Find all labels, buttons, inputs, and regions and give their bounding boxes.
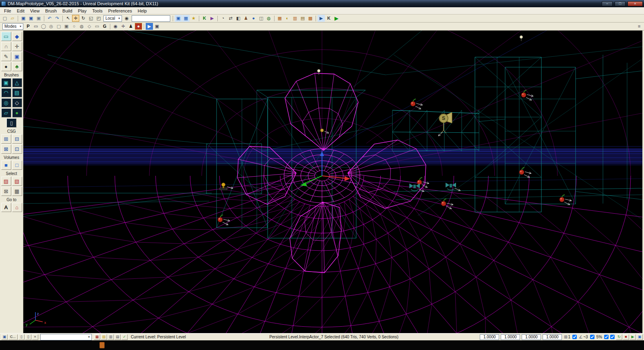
light-bulb-sprite[interactable]	[520, 36, 523, 41]
cube-brush-icon[interactable]: ▣	[1, 78, 11, 87]
autosave-icon[interactable]: ↻	[616, 334, 622, 340]
modes-select[interactable]: Modes ▾	[2, 23, 23, 30]
save-external-icon[interactable]: ▣	[35, 15, 42, 22]
favorites-star-icon[interactable]: ★	[190, 15, 197, 22]
tetrahedron-brush-icon[interactable]: ◇	[12, 98, 22, 107]
split-horizontal-icon[interactable]: ▥	[107, 334, 114, 340]
open-map-icon[interactable]: ▱	[9, 15, 16, 22]
csg-deintersect-icon[interactable]: ⊡	[12, 144, 22, 154]
build-geometry-icon[interactable]: ▦	[276, 15, 283, 22]
path-network-icon[interactable]: ⇄	[227, 15, 234, 22]
close-pane-icon[interactable]: ×	[32, 334, 38, 340]
goto-actor-icon[interactable]: A	[1, 203, 11, 212]
select-inside-icon[interactable]: ▨	[1, 177, 11, 186]
world-properties-icon[interactable]: ◍	[265, 15, 272, 22]
invert-selection-icon[interactable]: ▦	[12, 187, 22, 196]
coordinate-system-select[interactable]: Local ▾	[103, 15, 122, 22]
matinee-icon[interactable]: ▶	[208, 15, 216, 22]
torus-shape-icon[interactable]: ◎	[47, 23, 55, 30]
health-pickup-sprite[interactable]	[519, 167, 531, 177]
csg-intersect-icon[interactable]: ⊠	[1, 144, 11, 154]
circle-shape-icon[interactable]: ○	[70, 23, 78, 30]
select-tool-icon[interactable]: ↖	[64, 15, 72, 22]
pane-left-icon[interactable]: ▯	[18, 334, 25, 340]
menu-item-brush[interactable]: Brush	[42, 8, 60, 14]
autosave-stop-icon[interactable]: ■	[623, 334, 629, 340]
play-in-editor-icon[interactable]: ▶	[318, 15, 325, 22]
sphere-brush-icon[interactable]: ●	[12, 108, 22, 117]
translate-tool-icon[interactable]: ✛	[72, 15, 79, 22]
kismet-icon[interactable]: K	[201, 15, 208, 22]
spiral-staircase-icon[interactable]: ◎	[1, 98, 11, 107]
letter-g-icon[interactable]: G	[101, 23, 108, 30]
translate-widget-icon[interactable]: ✛	[12, 42, 22, 51]
minimize-button[interactable]: −	[602, 1, 613, 6]
csg-subtract-icon[interactable]: ⊟	[12, 134, 22, 144]
realtime-preview-icon[interactable]: ▶	[146, 23, 153, 30]
health-pickup-sprite[interactable]	[218, 215, 230, 225]
matinee-status-icon[interactable]: ▦	[94, 334, 100, 340]
taskbar-notification-icon[interactable]	[99, 342, 105, 348]
search-input[interactable]	[132, 15, 170, 22]
sheet-brush-icon[interactable]: ▱	[1, 108, 11, 117]
light-bulb-sprite[interactable]	[318, 70, 320, 75]
health-pickup-sprite[interactable]	[411, 99, 423, 109]
game-view-icon[interactable]: ▣	[153, 23, 161, 30]
drawscale-x-field[interactable]	[501, 334, 520, 340]
drag-grid-checkbox[interactable]	[572, 335, 577, 339]
dock-panel-icon[interactable]: ≡	[636, 23, 643, 30]
joystick-icon[interactable]: ♟	[127, 23, 134, 30]
disc-shape-icon[interactable]: ◍	[78, 23, 85, 30]
eye-icon[interactable]: ◉	[112, 23, 119, 30]
cube-shape-icon[interactable]: ▢	[55, 23, 62, 30]
level-stream-select[interactable]: ▾	[40, 334, 92, 340]
curved-staircase-icon[interactable]: ◠	[1, 88, 11, 97]
save-all-icon[interactable]: ▣	[27, 15, 35, 22]
split-vertical-icon[interactable]: ▤	[114, 334, 121, 340]
actor-browser-icon[interactable]: ▦	[182, 15, 190, 22]
terrain-circle-icon[interactable]: ◯	[40, 23, 47, 30]
browser-window-icon[interactable]: ▣	[1, 334, 8, 340]
menu-item-preferences[interactable]: Preferences	[105, 8, 135, 14]
content-browser-tab-button[interactable]: C...	[8, 334, 18, 340]
menu-item-view[interactable]: View	[27, 8, 43, 14]
cone-brush-icon[interactable]: △	[12, 78, 22, 87]
camera-speed-icon[interactable]: ◔	[219, 15, 227, 22]
static-mesh-mode-icon[interactable]: ●	[1, 62, 11, 71]
maximize-button[interactable]: □	[615, 1, 625, 6]
health-pickup-sprite[interactable]	[441, 199, 453, 209]
scale-tool-icon[interactable]: ◱	[87, 15, 95, 22]
pane-right-icon[interactable]: ▯	[25, 334, 31, 340]
rotation-grid-icon[interactable]: ∠	[579, 335, 582, 339]
new-map-icon[interactable]: ▢	[1, 15, 8, 22]
selected-interpactor-fan[interactable]	[237, 73, 426, 273]
autosave-checkbox[interactable]	[610, 335, 615, 339]
texture-paint-icon[interactable]: ✎	[1, 52, 11, 61]
build-paths-icon[interactable]: ▥	[291, 15, 299, 22]
content-browser-icon[interactable]: ▣	[175, 15, 182, 22]
drag-grid-icon[interactable]: ⊞	[564, 335, 567, 339]
add-volume-icon[interactable]: ■	[1, 161, 11, 170]
menu-item-help[interactable]: Help	[135, 8, 150, 14]
csg-add-icon[interactable]: ⊞	[1, 134, 11, 144]
menu-item-edit[interactable]: Edit	[14, 8, 27, 14]
build-all-icon[interactable]: ▩	[307, 15, 314, 22]
matinee-camera-icon[interactable]: ●	[135, 23, 142, 30]
crowd-spawner-icon[interactable]: ♟	[242, 15, 250, 22]
sheet-shape-icon[interactable]: ▭	[93, 23, 101, 30]
drawscale-z-field[interactable]	[543, 334, 562, 340]
foliage-mode-icon[interactable]: ♣	[12, 62, 22, 71]
rotation-grid-checkbox[interactable]	[590, 335, 594, 339]
play-level-icon[interactable]: ▶	[333, 15, 340, 22]
undo-icon[interactable]: ↶	[46, 15, 53, 22]
linear-staircase-icon[interactable]: ▤	[12, 88, 22, 97]
geometry-mode-icon[interactable]: ◆	[12, 32, 22, 41]
drawscale-field[interactable]	[480, 334, 499, 340]
realtime-audio-icon[interactable]: ▶	[630, 334, 636, 340]
lighting-needs-rebuild-icon[interactable]: ▨	[101, 334, 107, 340]
weapon-pickup-sprite[interactable]	[220, 183, 233, 190]
scale-3d-tool-icon[interactable]: ◰	[95, 15, 102, 22]
status-ok-icon[interactable]: ✓	[121, 334, 128, 340]
mesh-paint-icon[interactable]: ▣	[12, 52, 22, 61]
physics-gun-icon[interactable]: ●	[250, 15, 257, 22]
